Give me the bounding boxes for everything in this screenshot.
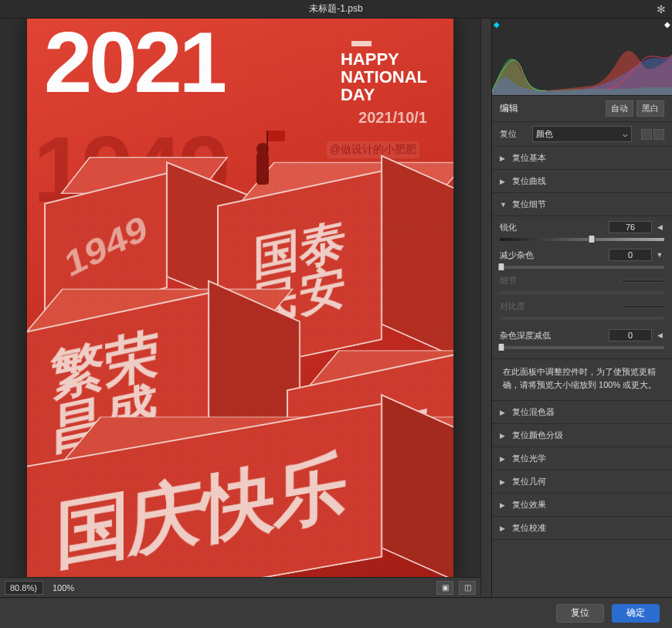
status-bar: 80.8%) 100% ▣ ◫ (0, 577, 480, 597)
chevron-right-icon: ▶ (500, 478, 509, 486)
expand-right-icon[interactable]: ◀ (655, 222, 664, 232)
chevron-right-icon: ▶ (500, 455, 509, 463)
ok-button[interactable]: 确定 (612, 604, 660, 623)
collapse-down-icon[interactable]: ▼ (655, 250, 664, 260)
detail-sub-label: 细节 (500, 275, 517, 287)
chevron-right-icon: ▶ (500, 432, 509, 440)
deep-noise-slider[interactable] (500, 346, 664, 349)
box-e: 国庆快乐 (27, 432, 452, 578)
acc-effects[interactable]: ▶复位效果 (492, 494, 672, 517)
sharpen-label: 锐化 (500, 222, 517, 233)
acc-mixer[interactable]: ▶复位混色器 (492, 401, 672, 424)
reset-select[interactable]: 颜色⌵ (532, 126, 632, 142)
auto-button[interactable]: 自动 (606, 100, 633, 117)
sharpen-value[interactable]: 76 (609, 221, 652, 233)
zoom-percent: 100% (46, 583, 80, 592)
gear-icon[interactable]: ✻ (657, 3, 666, 15)
panel-hint-text: 在此面板中调整控件时，为了使预览更精确，请将预览大小缩放到 100% 或更大。 (492, 359, 672, 401)
bw-button[interactable]: 黑白 (636, 100, 664, 117)
poster-english: HAPPYNATIONALDAY (341, 50, 427, 104)
sharpen-slider[interactable] (500, 238, 664, 241)
deep-noise-label: 杂色深度减低 (500, 330, 551, 341)
chevron-down-icon: ▼ (500, 201, 509, 209)
detail-sub-slider (500, 291, 664, 294)
chevron-right-icon: ▶ (500, 154, 509, 162)
canvas[interactable]: 2021 HAPPYNATIONALDAY 2021/10/1 @做设计的小肥肥… (0, 19, 480, 577)
poster-figure (249, 138, 276, 185)
reset-button[interactable]: 复位 (556, 604, 604, 623)
acc-detail[interactable]: ▼复位细节 (492, 193, 672, 216)
acc-optics[interactable]: ▶复位光学 (492, 447, 672, 470)
acc-calib[interactable]: ▶复位校准 (492, 517, 672, 540)
poster-year: 2021 (44, 19, 224, 106)
acc-curve[interactable]: ▶复位曲线 (492, 170, 672, 193)
histogram-highlight-handle[interactable]: ◆ (664, 20, 670, 29)
noise-reduce-label: 减少杂色 (500, 250, 534, 261)
noise-reduce-value[interactable]: 0 (609, 249, 652, 261)
acc-geom[interactable]: ▶复位几何 (492, 470, 672, 494)
contrast-sub-slider (500, 317, 664, 320)
acc-color-grade[interactable]: ▶复位颜色分级 (492, 424, 672, 447)
poster-date: 2021/10/1 (358, 109, 427, 127)
chevron-right-icon: ▶ (500, 409, 509, 416)
poster-handle-1: @做设计的小肥肥 (327, 141, 419, 158)
file-title: 未标题-1.psb (309, 2, 362, 15)
expand-right-icon[interactable]: ◀ (655, 331, 664, 340)
title-bar: 未标题-1.psb ✻ (0, 0, 672, 19)
view-mode-single-icon[interactable]: ▣ (436, 581, 453, 595)
grid-icon[interactable] (641, 129, 652, 140)
noise-reduce-slider[interactable] (500, 266, 664, 269)
edit-section-label: 编辑 (500, 102, 518, 115)
chevron-right-icon: ▶ (500, 501, 509, 509)
chevron-right-icon: ▶ (500, 524, 509, 532)
acc-basic[interactable]: ▶复位基本 (492, 147, 672, 170)
contrast-sub-label: 对比度 (500, 300, 525, 312)
detail-sub-value (621, 280, 664, 283)
histogram-shadow-handle[interactable]: ◆ (494, 20, 500, 29)
chevron-right-icon: ▶ (500, 178, 509, 185)
view-mode-split-icon[interactable]: ◫ (459, 581, 476, 595)
histogram[interactable]: ◆ ◆ (492, 19, 672, 96)
dialog-footer: 复位 确定 (0, 597, 672, 628)
vertical-scrollbar[interactable] (480, 19, 491, 597)
deep-noise-value[interactable]: 0 (609, 329, 652, 341)
contrast-sub-value (621, 305, 664, 308)
zoom-input[interactable]: 80.8%) (5, 581, 43, 595)
reset-label: 复位 (500, 128, 528, 140)
poster-preview: 2021 HAPPYNATIONALDAY 2021/10/1 @做设计的小肥肥… (27, 19, 453, 577)
poster-dash (351, 41, 372, 46)
list-icon[interactable] (653, 129, 664, 140)
chevron-down-icon: ⌵ (623, 129, 628, 139)
